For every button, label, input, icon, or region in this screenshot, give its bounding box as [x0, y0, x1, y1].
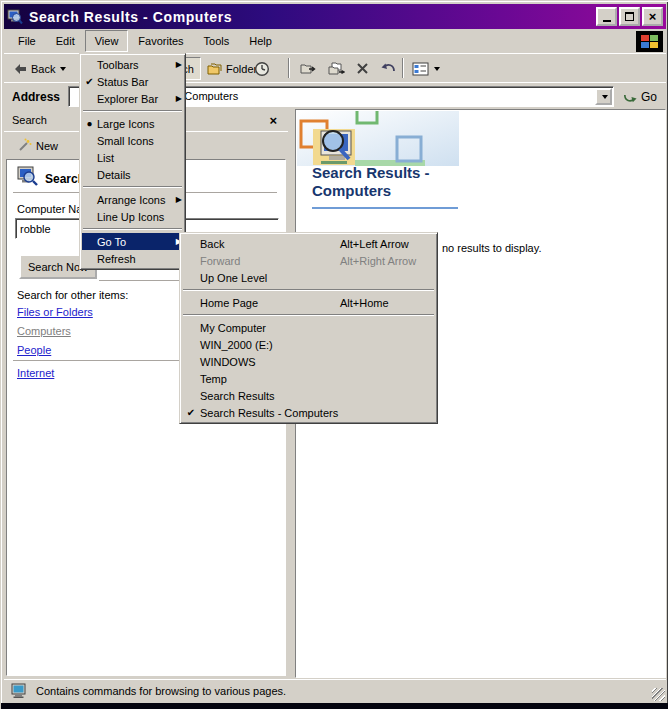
address-dropdown-button[interactable]	[595, 88, 612, 105]
search-computers-icon	[17, 166, 39, 186]
goto-menu-item-back[interactable]: BackAlt+Left Arrow	[182, 235, 435, 252]
view-menu-item-line-up-icons[interactable]: Line Up Icons	[82, 208, 183, 225]
menu-item-label: Search Results	[200, 390, 340, 402]
menu-item-label: Details	[97, 169, 183, 181]
menu-separator	[183, 289, 434, 291]
status-text: Contains commands for browsing to variou…	[36, 685, 286, 697]
back-button[interactable]: Back	[8, 57, 70, 80]
views-button[interactable]	[408, 57, 444, 80]
goto-menu-item-home-page[interactable]: Home PageAlt+Home	[182, 294, 435, 311]
menu-item-label: Toolbars	[97, 59, 176, 71]
menu-separator	[83, 110, 182, 112]
copy-to-button[interactable]	[324, 57, 349, 80]
other-items-heading: Search for other items:	[17, 289, 128, 301]
back-dropdown-icon	[60, 67, 66, 71]
menu-item-label: Line Up Icons	[97, 211, 183, 223]
delete-x-icon	[356, 62, 369, 75]
link-people[interactable]: People	[17, 344, 51, 356]
minimize-button[interactable]	[596, 7, 617, 26]
delete-button[interactable]	[352, 57, 373, 80]
history-button[interactable]	[250, 57, 274, 80]
window-icon	[7, 9, 23, 25]
goto-menu-item-search-results-computers[interactable]: ✔Search Results - Computers	[182, 404, 435, 421]
window-title: Search Results - Computers	[29, 9, 594, 25]
view-menu-item-explorer-bar[interactable]: Explorer Bar▶	[82, 90, 183, 107]
menu-item-label: List	[97, 152, 183, 164]
link-computers[interactable]: Computers	[17, 325, 71, 337]
menu-item-label: Temp	[200, 373, 340, 385]
search-pane-close-icon[interactable]: ×	[266, 113, 280, 128]
menu-favorites[interactable]: Favorites	[128, 30, 193, 52]
menu-item-accelerator: Alt+Home	[340, 297, 435, 309]
link-files-or-folders[interactable]: Files or Folders	[17, 306, 93, 318]
menu-item-label: Home Page	[200, 297, 340, 309]
empty-results-message: no results to display.	[442, 242, 541, 254]
new-search-button[interactable]: New	[10, 136, 65, 155]
submenu-arrow-icon: ▶	[176, 60, 182, 69]
menu-file[interactable]: File	[8, 30, 46, 52]
minimize-icon	[603, 20, 611, 22]
menu-item-label: Status Bar	[97, 76, 183, 88]
menu-item-label: Large Icons	[97, 118, 183, 130]
go-label: Go	[641, 90, 657, 104]
goto-menu-item-win-2000-e[interactable]: WIN_2000 (E:)	[182, 336, 435, 353]
undo-button[interactable]	[376, 57, 401, 80]
goto-menu-item-temp[interactable]: Temp	[182, 370, 435, 387]
goto-menu-item-forward[interactable]: ForwardAlt+Right Arrow	[182, 252, 435, 269]
goto-menu-item-up-one-level[interactable]: Up One Level	[182, 269, 435, 286]
view-menu-item-small-icons[interactable]: Small Icons	[82, 132, 183, 149]
new-search-label: New	[36, 140, 58, 152]
close-icon: ×	[649, 10, 657, 23]
explorer-window: Search Results - Computers × FileEditVie…	[0, 0, 668, 709]
screen-edge	[1, 703, 668, 709]
menu-tools[interactable]: Tools	[194, 30, 240, 52]
menu-help[interactable]: Help	[239, 30, 282, 52]
results-header-graphic	[297, 111, 459, 166]
menu-edit[interactable]: Edit	[46, 30, 85, 52]
toolbar-separator	[402, 58, 404, 78]
menu-item-label: Small Icons	[97, 135, 183, 147]
menu-bar: FileEditViewFavoritesToolsHelp	[4, 29, 666, 53]
move-to-button[interactable]	[296, 57, 321, 80]
menu-item-label: Explorer Bar	[97, 93, 176, 105]
view-menu-item-large-icons[interactable]: ●Large Icons	[82, 115, 183, 132]
go-button[interactable]: Go	[622, 87, 657, 107]
view-menu-item-arrange-icons[interactable]: Arrange Icons▶	[82, 191, 183, 208]
menu-view[interactable]: View	[85, 30, 129, 52]
goto-menu-item-windows[interactable]: WINDOWS	[182, 353, 435, 370]
menu-item-label: WINDOWS	[200, 356, 340, 368]
goto-submenu: BackAlt+Left ArrowForwardAlt+Right Arrow…	[179, 232, 438, 424]
close-button[interactable]: ×	[642, 7, 663, 26]
link-internet[interactable]: Internet	[17, 367, 54, 379]
other-items-links: Files or FoldersComputersPeople	[17, 306, 93, 363]
status-bar: Contains commands for browsing to variou…	[4, 679, 666, 702]
menu-item-accelerator: Alt+Right Arrow	[340, 255, 435, 267]
views-dropdown-icon	[434, 67, 440, 71]
menu-item-label: WIN_2000 (E:)	[200, 339, 340, 351]
results-heading-rule	[312, 207, 458, 209]
menu-item-accelerator: Alt+Left Arrow	[340, 238, 435, 250]
menu-item-label: Arrange Icons	[97, 194, 176, 206]
history-clock-icon	[254, 61, 270, 77]
back-arrow-icon	[12, 61, 28, 77]
view-menu: Toolbars▶✔Status BarExplorer Bar▶●Large …	[79, 53, 186, 270]
address-label: Address	[12, 90, 60, 104]
view-menu-item-refresh[interactable]: Refresh	[82, 250, 183, 267]
view-menu-item-list[interactable]: List	[82, 149, 183, 166]
menu-item-label: My Computer	[200, 322, 340, 334]
view-menu-item-details[interactable]: Details	[82, 166, 183, 183]
copy-to-icon	[328, 61, 345, 76]
maximize-button[interactable]	[619, 7, 640, 26]
view-menu-item-status-bar[interactable]: ✔Status Bar	[82, 73, 183, 90]
goto-menu-item-search-results[interactable]: Search Results	[182, 387, 435, 404]
chevron-down-icon	[602, 95, 608, 99]
resize-grip[interactable]	[652, 688, 665, 701]
back-label: Back	[31, 63, 55, 75]
view-menu-item-go-to[interactable]: Go To▶	[82, 233, 183, 250]
submenu-arrow-icon: ▶	[176, 94, 182, 103]
title-bar: Search Results - Computers ×	[4, 4, 666, 29]
computer-icon	[11, 683, 29, 699]
go-arrow-icon	[622, 90, 638, 104]
goto-menu-item-my-computer[interactable]: My Computer	[182, 319, 435, 336]
view-menu-item-toolbars[interactable]: Toolbars▶	[82, 56, 183, 73]
